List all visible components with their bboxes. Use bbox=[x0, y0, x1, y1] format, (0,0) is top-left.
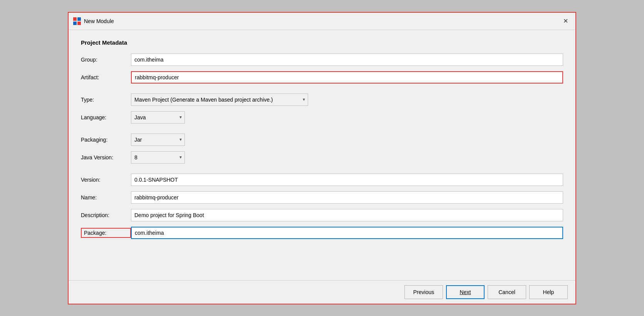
dialog-footer: Previous Next Cancel Help bbox=[69, 280, 575, 304]
section-title: Project Metadata bbox=[81, 39, 563, 46]
java-version-select[interactable]: 8 11 17 21 bbox=[131, 151, 185, 164]
svg-rect-2 bbox=[73, 22, 77, 25]
artifact-input[interactable] bbox=[131, 71, 563, 84]
packaging-row: Packaging: Jar War ▼ bbox=[81, 134, 563, 146]
group-input[interactable] bbox=[131, 54, 563, 66]
name-row: Name: bbox=[81, 191, 563, 204]
group-row: Group: bbox=[81, 54, 563, 66]
previous-button[interactable]: Previous bbox=[404, 285, 443, 299]
version-input[interactable] bbox=[131, 174, 563, 186]
language-select-wrapper: Java Kotlin Groovy ▼ bbox=[131, 111, 185, 124]
package-row: Package: bbox=[81, 227, 563, 239]
name-label: Name: bbox=[81, 194, 131, 201]
svg-rect-0 bbox=[73, 17, 77, 21]
description-label: Description: bbox=[81, 212, 131, 218]
dialog-content: Project Metadata Group: Artifact: Type: … bbox=[69, 30, 575, 280]
help-button[interactable]: Help bbox=[529, 285, 568, 299]
package-input[interactable] bbox=[131, 227, 563, 239]
packaging-select[interactable]: Jar War bbox=[131, 134, 185, 146]
title-bar-left: New Module bbox=[73, 17, 114, 25]
language-label: Language: bbox=[81, 114, 131, 120]
language-row: Language: Java Kotlin Groovy ▼ bbox=[81, 111, 563, 124]
type-select-wrapper: Maven Project (Generate a Maven based pr… bbox=[131, 94, 308, 106]
packaging-select-wrapper: Jar War ▼ bbox=[131, 134, 185, 146]
new-module-dialog: New Module ✕ Project Metadata Group: Art… bbox=[68, 12, 576, 304]
type-select[interactable]: Maven Project (Generate a Maven based pr… bbox=[131, 94, 308, 106]
artifact-label: Artifact: bbox=[81, 74, 131, 80]
language-select[interactable]: Java Kotlin Groovy bbox=[131, 111, 185, 124]
java-version-label: Java Version: bbox=[81, 154, 131, 161]
title-bar: New Module ✕ bbox=[69, 13, 575, 30]
type-row: Type: Maven Project (Generate a Maven ba… bbox=[81, 94, 563, 106]
cancel-button[interactable]: Cancel bbox=[488, 285, 526, 299]
dialog-title: New Module bbox=[84, 18, 114, 24]
java-version-select-wrapper: 8 11 17 21 ▼ bbox=[131, 151, 185, 164]
group-label: Group: bbox=[81, 57, 131, 63]
name-input[interactable] bbox=[131, 191, 563, 204]
next-button[interactable]: Next bbox=[446, 285, 485, 299]
app-icon bbox=[73, 17, 81, 25]
packaging-label: Packaging: bbox=[81, 137, 131, 143]
java-version-row: Java Version: 8 11 17 21 ▼ bbox=[81, 151, 563, 164]
svg-rect-1 bbox=[77, 17, 81, 21]
close-button[interactable]: ✕ bbox=[560, 16, 571, 27]
version-label: Version: bbox=[81, 177, 131, 183]
type-label: Type: bbox=[81, 97, 131, 103]
package-label: Package: bbox=[81, 228, 131, 238]
description-input[interactable] bbox=[131, 209, 563, 221]
description-row: Description: bbox=[81, 209, 563, 221]
svg-rect-3 bbox=[77, 22, 81, 25]
artifact-row: Artifact: bbox=[81, 71, 563, 84]
version-row: Version: bbox=[81, 174, 563, 186]
